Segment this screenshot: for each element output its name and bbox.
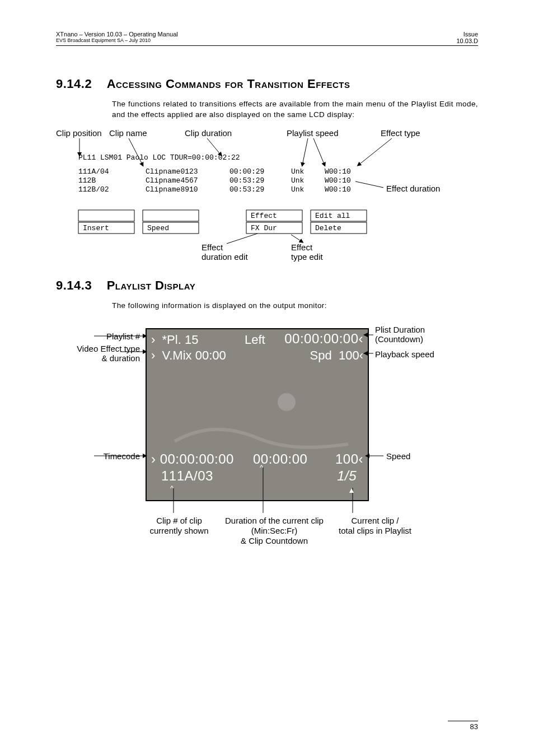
label-playlist-speed: Playlist speed xyxy=(287,128,339,138)
btn-effect: Effect xyxy=(251,212,277,220)
btn-fxdur: FX Dur xyxy=(251,224,277,232)
svg-text:W00:10: W00:10 xyxy=(325,185,351,194)
svg-text:Effect: Effect xyxy=(291,242,313,252)
svg-text:Unk: Unk xyxy=(291,167,305,176)
label-speed: Speed xyxy=(386,451,410,461)
label-clip-name: Clip name xyxy=(109,128,147,138)
monitor-tc: › 00:00:00:00 xyxy=(151,451,234,467)
svg-line-3 xyxy=(302,138,308,165)
arrow-icon: › xyxy=(151,451,156,466)
svg-text:duration edit: duration edit xyxy=(202,252,248,262)
svg-text:00:00:29: 00:00:29 xyxy=(229,167,264,176)
header-title: XTnano – Version 10.03 – Operating Manua… xyxy=(56,31,178,38)
svg-text:type edit: type edit xyxy=(291,252,324,262)
svg-text:00:53:29: 00:53:29 xyxy=(229,176,264,185)
svg-line-30 xyxy=(227,234,257,244)
section-number-2: 9.14.3 xyxy=(56,278,92,292)
label-clip-shown: Clip # of clip currently shown xyxy=(134,516,224,536)
section2-text: The following information is displayed o… xyxy=(112,301,478,311)
label-playlist-num: Playlist # xyxy=(56,332,140,341)
section-number: 9.14.2 xyxy=(56,77,92,91)
lcd-diagram-svg: Clip position Clip name Clip duration Pl… xyxy=(56,127,481,262)
lcd-title: PL11 LSM01 Paolo LOC TDUR=00:00:02:22 xyxy=(78,153,240,162)
section1-text: The functions related to transitions eff… xyxy=(112,99,478,120)
header-subtitle: EVS Broadcast Equipment SA – July 2010 xyxy=(56,38,178,43)
svg-rect-24 xyxy=(143,210,199,221)
svg-text:112B: 112B xyxy=(78,176,96,185)
svg-rect-22 xyxy=(78,210,134,221)
svg-text:Effect: Effect xyxy=(202,242,223,252)
svg-line-4 xyxy=(313,138,325,165)
svg-line-2 xyxy=(207,138,221,155)
monitor-clip-id: 111A/03 xyxy=(161,468,213,484)
svg-text:Clipname8910: Clipname8910 xyxy=(146,185,198,194)
svg-text:Clipname4567: Clipname4567 xyxy=(146,176,198,185)
svg-point-36 xyxy=(278,393,296,411)
svg-text:W00:10: W00:10 xyxy=(325,167,351,176)
svg-line-5 xyxy=(358,138,392,165)
monitor-figure: Playlist # Video Effect type & duration … xyxy=(56,323,470,603)
label-clip-position: Clip position xyxy=(56,128,102,138)
svg-text:112B/02: 112B/02 xyxy=(78,185,109,194)
issue-number: 10.03.D xyxy=(456,38,478,44)
btn-insert: Insert xyxy=(83,224,109,232)
output-monitor: › *Pl. 15 Left 00:00:00:00‹ › V.Mix 00:0… xyxy=(146,328,369,501)
arrow-icon: ‹ xyxy=(359,451,364,466)
page-header: XTnano – Version 10.03 – Operating Manua… xyxy=(56,31,478,46)
label-effect-type: Effect type xyxy=(381,128,420,138)
svg-text:00:53:29: 00:53:29 xyxy=(229,185,264,194)
label-clip-duration: Clip duration xyxy=(185,128,232,138)
label-video-effect: Video Effect type & duration xyxy=(56,344,140,363)
issue-label: Issue xyxy=(456,31,478,38)
label-timecode: Timecode xyxy=(56,451,140,461)
svg-line-31 xyxy=(291,235,302,242)
label-plist-duration: Plist Duration (Countdown) xyxy=(375,325,425,344)
label-duration: Duration of the current clip (Min:Sec:Fr… xyxy=(218,516,330,546)
label-effect-duration: Effect duration xyxy=(386,184,440,193)
svg-text:Clipname0123: Clipname0123 xyxy=(146,167,198,176)
section-title-2: Playlist Display xyxy=(107,278,196,292)
svg-line-21 xyxy=(355,181,383,188)
section-title: Accessing Commands for Transition Effect… xyxy=(107,77,350,91)
svg-text:111A/04: 111A/04 xyxy=(78,167,109,176)
svg-text:W00:10: W00:10 xyxy=(325,176,351,185)
btn-editall: Edit all xyxy=(315,212,350,220)
monitor-clip-dur: 00:00:00 xyxy=(253,451,307,467)
btn-delete: Delete xyxy=(315,224,341,232)
monitor-clip-count: 1/5 xyxy=(337,468,357,484)
btn-speed: Speed xyxy=(147,224,169,232)
svg-text:Unk: Unk xyxy=(291,176,305,185)
svg-text:Unk: Unk xyxy=(291,185,305,194)
label-playback-speed: Playback speed xyxy=(375,349,434,359)
section-heading-2: 9.14.3 Playlist Display xyxy=(56,278,478,293)
page-number: 83 xyxy=(448,721,478,731)
section-heading-1: 9.14.2 Accessing Commands for Transition… xyxy=(56,77,478,91)
label-current-clip: Current clip / total clips in Playlist xyxy=(330,516,420,536)
lcd-figure: Clip position Clip name Clip duration Pl… xyxy=(56,127,478,262)
monitor-clip-spd: 100‹ xyxy=(335,451,363,467)
